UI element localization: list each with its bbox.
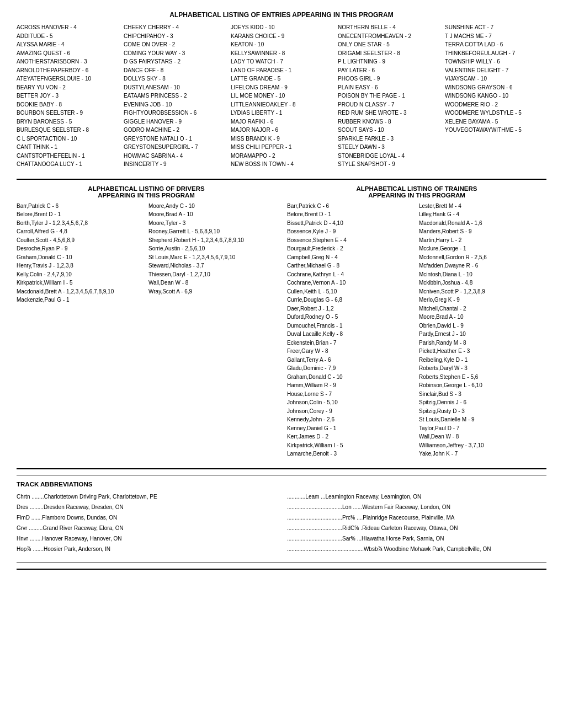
entry-item: LIL MOE MONEY - 10 <box>231 92 332 100</box>
entry-item: GIGGLE HANOVER - 9 <box>124 117 225 126</box>
entry-item: FIGHTYOUROBSESSION - 6 <box>124 109 225 117</box>
entry-item: STYLE SNAPSHOT - 9 <box>338 160 439 169</box>
entry-item: ADDITUDE - 5 <box>17 32 118 41</box>
trainer-item: Kerr,James D - 2 <box>287 432 415 441</box>
entry-item: GREYSTONESUPERGIRL - 7 <box>124 143 225 152</box>
drivers-trainers-section: ALPHABETICAL LISTING OF DRIVERSAPPEARING… <box>17 185 546 458</box>
driver-item: Borth,Tyler J - 1,2,3,4,5,6,7,8 <box>17 219 144 228</box>
driver-item: Desroche,Ryan P - 9 <box>17 244 144 253</box>
track-abbrev-left: Hop⅞ .......Hoosier Park, Anderson, IN <box>17 544 276 554</box>
entry-item: LYDIAS LIBERTY - 1 <box>231 109 332 117</box>
entry-item: DANCE OFF - 8 <box>124 66 225 75</box>
trainer-item: Reibeling,Kyle D - 1 <box>419 356 546 365</box>
entry-item: MAJOR NAJOR - 6 <box>231 126 332 135</box>
entry-item: ALYSSA MARIE - 4 <box>17 40 118 49</box>
trainer-item: Mcintosh,Diana L - 10 <box>419 270 546 279</box>
trainer-item: Duford,Rodney O - 5 <box>287 313 415 322</box>
entry-item: PLAIN EASY - 6 <box>338 83 439 92</box>
entry-item: T J MACHS ME - 7 <box>445 32 546 41</box>
trainer-item: Mcniven,Scott P - 1,2,3,8,9 <box>419 287 546 296</box>
trainer-item: Campbell,Greg N - 4 <box>287 253 415 262</box>
entry-item: ONLY ONE STAR - 5 <box>338 40 439 49</box>
trainer-item: Cochrane,Vernon A - 10 <box>287 279 415 287</box>
entry-item <box>445 152 546 160</box>
track-abbrev-left: Dres .........Dresden Raceway, Dresden, … <box>17 502 276 512</box>
track-abbrev-title: TRACK ABBREVIATIONS <box>17 481 546 488</box>
entry-item: THINKBEFOREULAUGH - 7 <box>445 49 546 58</box>
bottom-space <box>17 575 546 686</box>
track-abbrev-right: ....................................Prc⅝… <box>287 513 546 522</box>
trainer-item: Carther,Michael G - 8 <box>287 261 415 270</box>
trainer-item: Parish,Randy M - 8 <box>419 339 546 347</box>
entries-grid: ACROSS HANOVER - 4CHEEKY CHERRY - 4JOEYS… <box>17 23 546 169</box>
entry-item: KARANS CHOICE - 9 <box>231 32 332 41</box>
entry-item: BOOKIE BABY - 8 <box>17 100 118 109</box>
track-abbrev-right: ....................................RidC… <box>287 523 546 533</box>
divider-3 <box>17 475 546 475</box>
divider-5 <box>17 569 546 570</box>
entries-title: ALPHABETICAL LISTING OF ENTRIES APPEARIN… <box>17 11 546 19</box>
trainer-item: Martin,Harry L - 2 <box>419 236 546 245</box>
entry-item: MISS CHILI PEPPER - 1 <box>231 143 332 152</box>
entry-item: STEELY DAWN - 3 <box>338 143 439 152</box>
track-abbrev-right: ....................................Lon … <box>287 502 546 512</box>
trainer-item: Johnson,Colin - 5,10 <box>287 398 415 407</box>
trainer-item: House,Lorne S - 7 <box>287 390 415 399</box>
entry-item: ARNOLDTHEPAPERBOY - 6 <box>17 66 118 75</box>
trainer-item: Freer,Gary W - 8 <box>287 347 415 356</box>
entry-item: TOWNSHIP WILLY - 6 <box>445 57 546 66</box>
drivers-title: ALPHABETICAL LISTING OF DRIVERSAPPEARING… <box>17 185 276 199</box>
driver-item: St Louis,Marc E - 1,2,3,4,5,6,7,9,10 <box>148 253 276 262</box>
driver-item: Carroll,Alfred G - 4,8 <box>17 227 144 236</box>
entry-item: MORAMAPPO - 2 <box>231 152 332 160</box>
driver-item: Belore,Brent D - 1 <box>17 210 144 219</box>
trainer-item: Obrien,David L - 9 <box>419 322 546 330</box>
divider-1 <box>17 179 546 180</box>
entry-item <box>445 160 546 169</box>
entry-item: LIFELONG DREAM - 9 <box>231 83 332 92</box>
trainer-item: Roberts,Stephen E - 5,6 <box>419 373 546 382</box>
entry-item: BETTER JOY - 3 <box>17 92 118 100</box>
trainer-item: Yake,John K - 7 <box>419 449 546 458</box>
trainer-item: Lilley,Hank G - 4 <box>419 210 546 219</box>
drivers-list: Barr,Patrick C - 6Moore,Andy C - 10Belor… <box>17 202 276 304</box>
entry-item: WINDSONG KANGO - 10 <box>445 92 546 100</box>
entry-item <box>445 143 546 152</box>
driver-item: Macdonald,Brett A - 1,2,3,4,5,6,7,8,9,10 <box>17 287 144 296</box>
track-abbrev-right: ............Leam ...Leamington Raceway, … <box>287 492 546 501</box>
entry-item: POISON BY THE PAGE - 1 <box>338 92 439 100</box>
trainer-item: Lester,Brett M - 4 <box>419 202 546 211</box>
trainer-item: Daer,Robert J - 1,2 <box>287 304 415 313</box>
track-abbrev-grid: Chrtn ........Charlottetown Driving Park… <box>17 492 546 554</box>
entry-item: C L SPORTACTION - 10 <box>17 135 118 143</box>
trainer-item: Moore,Brad A - 10 <box>419 313 546 322</box>
trainer-item: Mckibbin,Joshua - 4,8 <box>419 279 546 287</box>
entry-item: NEW BOSS IN TOWN - 4 <box>231 160 332 169</box>
trainer-item: Taylor,Paul D - 7 <box>419 424 546 433</box>
trainer-item: Pardy,Ernest J - 10 <box>419 330 546 339</box>
trainer-item: Bossence,Kyle J - 9 <box>287 227 415 236</box>
driver-item: Moore,Brad A - 10 <box>148 210 276 219</box>
entry-item: GODRO MACHINE - 2 <box>124 126 225 135</box>
entry-item: WOODMERE WYLDSTYLE - 5 <box>445 109 546 117</box>
entry-item: PROUD N CLASSY - 7 <box>338 100 439 109</box>
trainer-item: Kirkpatrick,William I - 5 <box>287 441 415 450</box>
trainer-item: Roberts,Daryl W - 3 <box>419 364 546 373</box>
trainer-item: Merlo,Greg K - 9 <box>419 296 546 304</box>
entry-item: VIJAYSCAM - 10 <box>445 74 546 83</box>
trainers-list: Barr,Patrick C - 6Lester,Brett M - 4Belo… <box>287 202 546 458</box>
trainer-item: Johnson,Corey - 9 <box>287 407 415 416</box>
track-abbrev-left: Chrtn ........Charlottetown Driving Park… <box>17 492 276 501</box>
entry-item: MAJO RAFIKI - 6 <box>231 117 332 126</box>
entry-item: YOUVEGOTAWAYWITHME - 5 <box>445 126 546 135</box>
trainer-item: Eckenstein,Brian - 7 <box>287 339 415 347</box>
entry-item: DOLLYS SKY - 8 <box>124 74 225 83</box>
divider-2 <box>17 468 546 469</box>
trainers-section: ALPHABETICAL LISTING OF TRAINERSAPPEARIN… <box>287 185 546 458</box>
driver-item: Kirkpatrick,William I - 5 <box>17 279 144 287</box>
entry-item: LATTE GRANDE - 5 <box>231 74 332 83</box>
driver-item: Coulter,Scott - 4,5,6,8,9 <box>17 236 144 245</box>
trainer-item: Mcclure,George - 1 <box>419 244 546 253</box>
driver-item: Rooney,Garrett L - 5,6,8,9,10 <box>148 227 276 236</box>
driver-item: Barr,Patrick C - 6 <box>17 202 144 211</box>
